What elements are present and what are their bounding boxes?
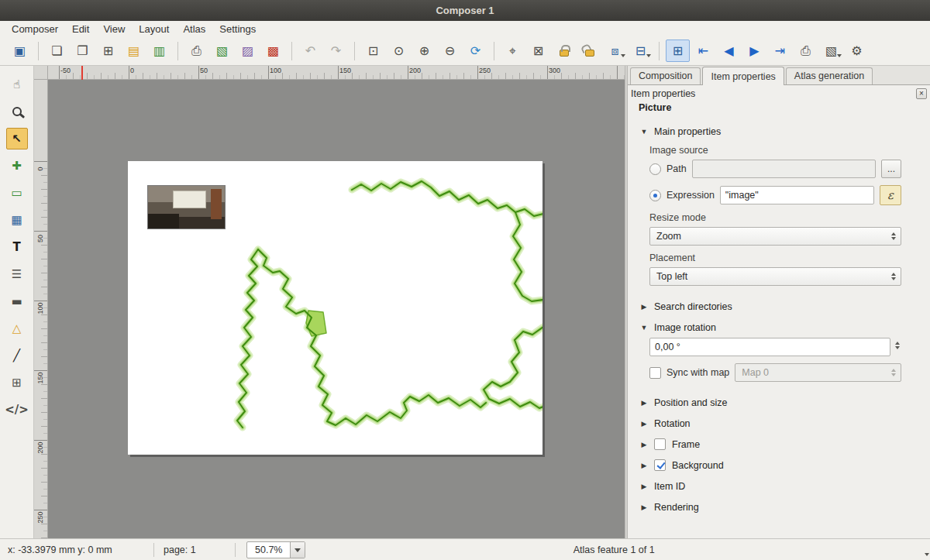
group-background[interactable]: ▶ Background	[628, 455, 930, 476]
zoom-in-button[interactable]: ⊕	[412, 40, 436, 62]
print-atlas-button[interactable]: ⎙	[794, 40, 818, 62]
canvas[interactable]	[48, 80, 625, 538]
map-select[interactable]: Map 0	[735, 363, 901, 382]
group-frame[interactable]: ▶ Frame	[628, 434, 930, 455]
zoom-actual-button[interactable]: ⊙	[387, 40, 411, 62]
menu-edit[interactable]: Edit	[65, 22, 96, 36]
menu-composer[interactable]: Composer	[5, 22, 65, 36]
undo-button[interactable]: ↶	[298, 40, 322, 62]
group-rendering[interactable]: ▶ Rendering	[628, 496, 930, 517]
horizontal-ruler: -50 0 50 100 150 200 250 300	[48, 66, 625, 80]
refresh-view-button[interactable]: ⟳	[463, 40, 487, 62]
atlas-first-button[interactable]: ⇤	[691, 40, 715, 62]
expression-input[interactable]	[720, 186, 874, 204]
expression-radio[interactable]	[649, 190, 661, 201]
background-checkbox[interactable]	[654, 459, 666, 471]
atlas-preview-button[interactable]: ⊞	[666, 40, 690, 62]
select-in-canvas-button[interactable]: ⊠	[526, 40, 550, 62]
tab-composition[interactable]: Composition	[630, 67, 701, 84]
add-attribute-table-button[interactable]: ⊞	[6, 372, 28, 393]
group-search-directories[interactable]: ▶ Search directories	[628, 296, 930, 317]
vertical-ruler: 0 50 100 150 200 250	[34, 80, 48, 538]
browse-button[interactable]: ...	[881, 160, 901, 178]
zoom-level-combo[interactable]: 50.7%	[246, 541, 305, 558]
close-panel-button[interactable]: ×	[916, 88, 927, 99]
add-image-button[interactable]: ▦	[6, 209, 28, 231]
sync-with-map-checkbox[interactable]	[649, 367, 661, 379]
group-main-properties[interactable]: ▼ Main properties	[628, 121, 930, 142]
menu-atlas[interactable]: Atlas	[176, 22, 212, 36]
group-label: Position and size	[654, 397, 728, 408]
ruler-label: 250	[36, 506, 44, 529]
add-shape-button[interactable]: △	[6, 318, 28, 339]
previous-feature-icon: ◀	[724, 45, 733, 57]
redo-button[interactable]: ↷	[324, 40, 348, 62]
zoom-dropdown-button[interactable]	[290, 542, 305, 558]
unlock-items-button[interactable]	[577, 40, 601, 62]
panel-title: Item properties	[631, 88, 695, 99]
print-button[interactable]: ⎙	[184, 40, 208, 62]
add-new-map-button[interactable]: ▭	[6, 182, 28, 204]
zoom-full-button[interactable]: ⊡	[361, 40, 385, 62]
zoom-out-icon: ⊖	[445, 45, 455, 57]
pan-tool-button[interactable]: ☝	[6, 74, 28, 95]
load-from-template-button[interactable]: ▤	[122, 40, 146, 62]
group-item-id[interactable]: ▶ Item ID	[628, 476, 930, 496]
export-atlas-button[interactable]: ▧	[819, 40, 843, 62]
tab-atlas-generation[interactable]: Atlas generation	[786, 67, 873, 84]
placement-select[interactable]: Top left	[649, 267, 901, 286]
dropdown-caret-icon	[925, 553, 929, 558]
duplicate-composition-icon: ❐	[77, 45, 88, 57]
save-project-button[interactable]: ▣	[8, 40, 32, 62]
group-position-and-size[interactable]: ▶ Position and size	[628, 392, 930, 413]
composer-manager-button[interactable]: ⊞	[96, 40, 120, 62]
lock-items-button[interactable]	[552, 40, 576, 62]
group-label: Image rotation	[654, 322, 716, 333]
duplicate-composition-button[interactable]: ❐	[71, 40, 95, 62]
add-image-icon: ▦	[11, 215, 22, 226]
path-input[interactable]	[692, 160, 876, 178]
resize-mode-select[interactable]: Zoom	[649, 227, 901, 246]
move-item-content-button[interactable]: ✚	[6, 155, 28, 177]
zoom-to-selected-button[interactable]: ⌖	[501, 40, 525, 62]
menu-layout[interactable]: Layout	[132, 22, 176, 36]
atlas-next-button[interactable]: ▶	[742, 40, 766, 62]
add-html-frame-button[interactable]: </>	[6, 399, 28, 421]
group-label: Rendering	[654, 502, 699, 513]
add-scalebar-button[interactable]: ▬	[6, 290, 28, 312]
spinner-arrows-icon	[893, 339, 901, 352]
group-label: Frame	[672, 439, 700, 450]
align-items-button[interactable]: ⊟	[629, 40, 653, 62]
zoom-out-button[interactable]: ⊖	[438, 40, 462, 62]
expression-builder-button[interactable]: ε	[880, 185, 901, 205]
export-pdf-button[interactable]: ▩	[261, 40, 285, 62]
menu-view[interactable]: View	[96, 22, 132, 36]
add-arrow-button[interactable]: ╱	[6, 345, 28, 366]
export-svg-button[interactable]: ▨	[236, 40, 260, 62]
group-image-rotation[interactable]: ▼ Image rotation	[628, 317, 930, 338]
add-label-icon: T	[12, 242, 20, 253]
atlas-previous-button[interactable]: ◀	[717, 40, 741, 62]
atlas-last-button[interactable]: ⇥	[768, 40, 792, 62]
select-move-item-button[interactable]: ↖	[6, 128, 28, 149]
dock-tabs: Composition Item properties Atlas genera…	[628, 66, 930, 85]
menu-settings[interactable]: Settings	[212, 22, 263, 36]
export-image-button[interactable]: ▧	[210, 40, 234, 62]
frame-checkbox[interactable]	[654, 438, 666, 450]
add-label-button[interactable]: T	[6, 236, 28, 258]
path-radio[interactable]	[649, 163, 661, 175]
rotation-angle-input[interactable]	[649, 338, 890, 356]
collapse-icon: ▶	[640, 399, 648, 407]
group-rotation[interactable]: ▶ Rotation	[628, 413, 930, 434]
save-as-template-button[interactable]: ▥	[147, 40, 171, 62]
atlas-settings-button[interactable]: ⚙	[845, 40, 869, 62]
tab-item-properties[interactable]: Item properties	[702, 67, 784, 85]
group-items-button[interactable]: ⧈	[603, 40, 627, 62]
new-composition-button[interactable]: ❏	[45, 40, 69, 62]
placement-value: Top left	[656, 271, 687, 282]
zoom-tool-button[interactable]	[6, 101, 28, 122]
picture-door-region	[211, 189, 222, 219]
spinner-arrows-icon	[889, 366, 897, 379]
add-legend-button[interactable]: ☰	[6, 263, 28, 285]
picture-item[interactable]	[147, 185, 226, 229]
